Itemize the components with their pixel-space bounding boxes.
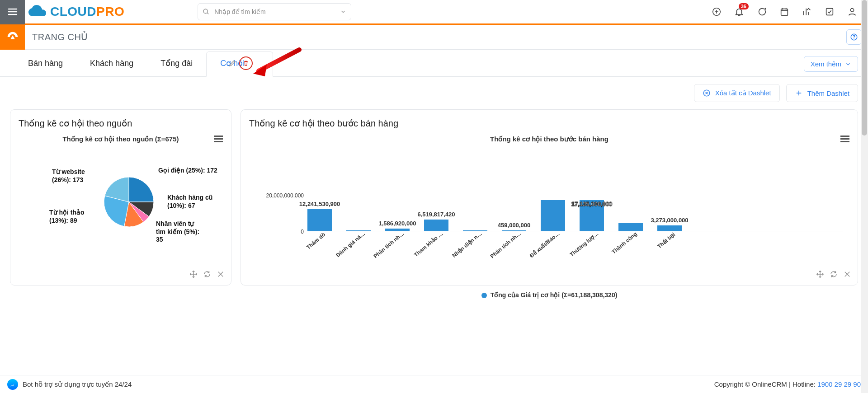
plus-icon <box>795 89 803 97</box>
tasks-button[interactable] <box>825 7 835 17</box>
dashlet-bar-stage: Thống kê cơ hội theo bước bán hàng Thống… <box>241 109 858 285</box>
pie-chart-title: Thống kê cơ hội theo nguồn (Σ=675) <box>16 135 226 143</box>
vertical-scrollbar[interactable] <box>861 0 868 393</box>
dashlet-footer-actions <box>189 270 225 280</box>
bar-value-label: 6,519,817,420 <box>417 211 455 218</box>
dashboard-area: Thống kê cơ hội theo nguồn Thống kê cơ h… <box>0 107 868 295</box>
legend-dot <box>481 293 487 298</box>
svg-rect-3 <box>826 9 833 15</box>
close-icon[interactable] <box>843 270 851 280</box>
hamburger-button[interactable] <box>0 0 25 24</box>
add-button[interactable] <box>712 7 722 17</box>
dashlet-title: Thống kê cơ hội theo bước bán hàng <box>249 118 849 129</box>
bar-legend: Tổng của Giá trị cơ hội (Σ=61,188,308,32… <box>246 291 852 299</box>
tab-khach-hang[interactable]: Khách hàng <box>76 52 147 76</box>
pie-slice-label: Từ website (26%): 173 <box>52 168 85 184</box>
bar-category-label: Đề xuất/Báo… <box>528 230 561 259</box>
bar-value-label: 3,273,000,000 <box>651 217 688 224</box>
help-button[interactable] <box>846 29 862 45</box>
global-search[interactable]: Nhập để tìm kiếm <box>198 3 351 20</box>
title-bar: TRANG CHỦ <box>0 25 868 50</box>
messenger-icon[interactable] <box>7 379 18 390</box>
top-header: CLOUDPRO Nhập để tìm kiếm 36 <box>0 0 868 25</box>
svg-point-0 <box>203 9 208 13</box>
notification-badge: 36 <box>739 3 749 9</box>
bar-category-label: Tham khảo … <box>413 230 444 258</box>
move-icon[interactable] <box>816 270 824 280</box>
pie-slice-label: Khách hàng cũ (10%): 67 <box>167 194 212 210</box>
trash-icon <box>242 60 250 67</box>
svg-point-4 <box>850 9 854 12</box>
page-title: TRANG CHỦ <box>32 32 88 42</box>
view-more-button[interactable]: Xem thêm <box>804 56 858 72</box>
y-tick: 20,000,000,000 <box>266 192 304 199</box>
dashlet-footer-actions <box>816 270 851 280</box>
bar-category-label: Thành công <box>611 231 638 255</box>
hotline-number[interactable]: 1900 29 29 90 <box>817 380 861 388</box>
tab-actions <box>228 56 253 70</box>
y-tick: 0 <box>301 229 304 235</box>
bar-category-label: Phân tích nh… <box>373 230 406 260</box>
delete-tab-button[interactable] <box>239 56 253 70</box>
close-icon[interactable] <box>217 270 225 280</box>
pencil-icon[interactable] <box>228 59 236 67</box>
dashlet-title: Thống kê cơ hội theo nguồn <box>19 118 223 129</box>
bar-value-label: 17,135,000,000 <box>571 201 612 207</box>
chevron-down-icon <box>340 9 346 15</box>
bar-value-label: 12,241,530,900 <box>299 201 340 207</box>
bar-category-label: Thất bại <box>656 231 676 250</box>
pie-chart: Gọi điện (25%): 172Khách hàng cũ (10%): … <box>16 143 226 265</box>
bar-value-label: 1,586,920,000 <box>378 220 416 227</box>
bot-status: Bot hỗ trợ sử dụng trực tuyến 24/24 <box>23 380 132 388</box>
remove-all-dashlets-button[interactable]: Xóa tất cả Dashlet <box>694 84 780 102</box>
bar-category-label: Đánh giá nă… <box>335 230 366 258</box>
bar-category-label: Thương lượ… <box>569 230 600 258</box>
search-icon <box>203 8 210 15</box>
brand-logo[interactable]: CLOUDPRO <box>25 0 130 24</box>
refresh-icon[interactable] <box>830 270 838 280</box>
move-icon[interactable] <box>189 270 198 280</box>
search-placeholder: Nhập để tìm kiếm <box>214 8 265 15</box>
chevron-down-icon <box>845 61 851 67</box>
bar-category-label: Phân tích nh… <box>489 230 522 260</box>
tab-ban-hang[interactable]: Bán hàng <box>14 52 76 76</box>
dashboard-icon <box>0 25 25 50</box>
page-footer: Bot hỗ trợ sử dụng trực tuyến 24/24 Copy… <box>0 375 868 393</box>
pie-slice-label: Nhân viên tự tìm kiếm (5%): 35 <box>156 220 199 244</box>
profile-button[interactable] <box>847 7 857 17</box>
dashlet-toolbar: Xóa tất cả Dashlet Thêm Dashlet <box>0 77 868 107</box>
notifications-button[interactable]: 36 <box>734 7 744 17</box>
calendar-button[interactable] <box>779 7 789 17</box>
dashlet-pie-source: Thống kê cơ hội theo nguồn Thống kê cơ h… <box>10 109 231 285</box>
add-dashlet-button[interactable]: Thêm Dashlet <box>786 84 858 102</box>
pie-slice-label: Gọi điện (25%): 172 <box>158 167 217 175</box>
dashboard-tabs: Bán hàng Khách hàng Tổng đài Cơ hội Xem … <box>0 50 868 77</box>
bar-chart: 0 20,000,000,000 12,241,530,900Thăm dòĐá… <box>246 148 852 256</box>
copyright: Copyright © OnlineCRM | Hotline: 1900 29… <box>714 380 861 388</box>
pie-slice-label: Từ hội thảo (13%): 89 <box>49 209 85 225</box>
bar-chart-title: Thống kê cơ hội theo bước bán hàng <box>246 135 852 143</box>
svg-rect-2 <box>781 9 788 16</box>
bar-value-label: 459,000,000 <box>498 222 530 229</box>
chat-button[interactable] <box>757 7 767 17</box>
refresh-icon[interactable] <box>203 270 211 280</box>
header-actions: 36 <box>712 7 857 17</box>
close-circle-icon <box>703 89 711 97</box>
bar-category-label: Thăm dò <box>305 231 326 251</box>
tab-tong-dai[interactable]: Tổng đài <box>147 52 206 76</box>
reports-button[interactable] <box>802 7 812 17</box>
bar-category-label: Nhận diện n… <box>451 230 483 259</box>
